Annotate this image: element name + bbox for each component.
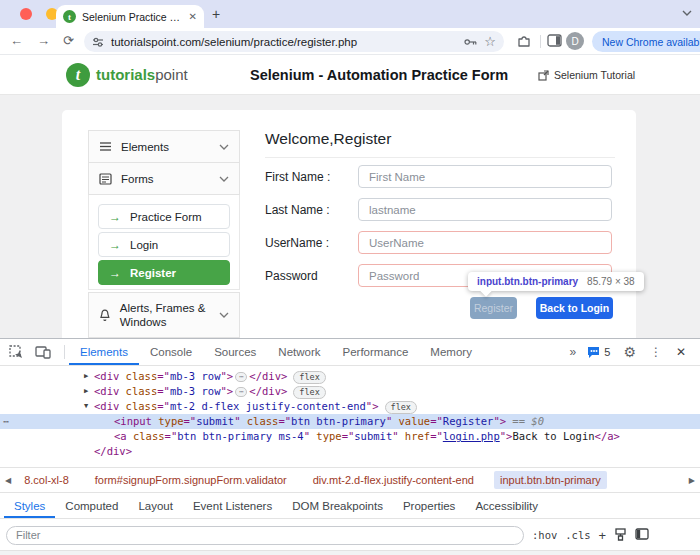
attribute-value: btn btn-primary ms-4: [177, 430, 303, 442]
dom-tree-row[interactable]: ⋯<input type="submit" class="btn btn-pri…: [0, 414, 700, 429]
close-devtools-icon[interactable]: ✕: [670, 345, 692, 359]
sidebar-item-forms[interactable]: Forms: [88, 162, 240, 195]
sidebar-forms-label: Forms: [121, 173, 154, 185]
devtools-tab-memory[interactable]: Memory: [419, 339, 483, 365]
expand-inline-icon[interactable]: ⋯: [235, 387, 247, 397]
close-window-button[interactable]: [20, 8, 32, 20]
toolbar-divider: [64, 345, 65, 359]
sidebar-item-alerts-frames-windows[interactable]: Alerts, Frames & Windows: [88, 292, 240, 338]
devtools-tab-console[interactable]: Console: [139, 339, 203, 365]
attribute-name: value: [392, 415, 430, 427]
site-logo[interactable]: t tutorialspoint: [66, 63, 188, 87]
breadcrumb-item[interactable]: input.btn.btn-primary: [494, 471, 607, 489]
register-form: Welcome,Register First Name :Last Name :…: [265, 130, 615, 158]
update-chrome-chip[interactable]: New Chrome available ⋮: [592, 31, 700, 52]
toggle-hover-state[interactable]: :hov: [532, 529, 557, 541]
address-bar[interactable]: tutorialspoint.com/selenium/practice/reg…: [84, 31, 504, 52]
syntax-punct: >: [281, 370, 287, 382]
dom-tree-row[interactable]: ▼<div class="mt-2 d-flex justify-content…: [0, 399, 700, 414]
tab-search-icon[interactable]: [682, 9, 692, 17]
tag-name: input: [120, 415, 152, 427]
form-field-row: Last Name :: [265, 198, 615, 221]
breadcrumb-scroll-left-icon[interactable]: ◀: [2, 476, 14, 485]
syntax-punct: =": [184, 415, 197, 427]
sidebar-item-login[interactable]: →Login: [98, 232, 230, 257]
toggle-sidebar-panel-icon[interactable]: [635, 528, 649, 542]
expand-inline-icon[interactable]: ⋯: [235, 372, 247, 382]
row-more-actions-icon[interactable]: ⋯: [3, 414, 10, 429]
tag-name: div: [100, 370, 119, 382]
dom-tree-row[interactable]: ▶<div class="mb-3 row">⋯</div>flex: [0, 384, 700, 399]
menu-icon: [99, 141, 112, 152]
back-to-login-button[interactable]: Back to Login: [536, 297, 613, 319]
username-input[interactable]: [358, 231, 612, 254]
selenium-tutorial-label: Selenium Tutorial: [554, 69, 635, 81]
devtools-tab-sources[interactable]: Sources: [203, 339, 267, 365]
new-tab-button[interactable]: +: [212, 6, 220, 22]
close-tab-icon[interactable]: ✕: [189, 11, 197, 22]
breadcrumb-item[interactable]: form#signupForm.signupForm.validator: [89, 471, 293, 489]
styles-tab-dom-breakpoints[interactable]: DOM Breakpoints: [282, 493, 393, 518]
styles-tab-event-listeners[interactable]: Event Listeners: [183, 493, 282, 518]
styles-tab-accessibility[interactable]: Accessibility: [465, 493, 548, 518]
devtools-tab-network[interactable]: Network: [267, 339, 331, 365]
form-icon: [99, 173, 112, 185]
url-text[interactable]: tutorialspoint.com/selenium/practice/reg…: [111, 36, 457, 48]
styles-tab-computed[interactable]: Computed: [55, 493, 128, 518]
breadcrumb-item[interactable]: 8.col-xl-8: [18, 471, 75, 489]
styles-filter-input[interactable]: [6, 526, 524, 545]
dom-tree-row[interactable]: ▶<div class="mb-3 row">⋯</div>flex: [0, 369, 700, 384]
styles-tab-layout[interactable]: Layout: [128, 493, 183, 518]
breadcrumb-scroll-right-icon[interactable]: ▶: [686, 476, 698, 485]
profile-avatar[interactable]: D: [566, 32, 584, 50]
breadcrumb-item[interactable]: div.mt-2.d-flex.justify-content-end: [307, 471, 480, 489]
syntax-punct: </: [249, 385, 262, 397]
syntax-punct: ">: [220, 370, 233, 382]
devtools-tab-elements[interactable]: Elements: [69, 339, 139, 365]
flex-badge: flex: [293, 371, 325, 384]
chevron-down-icon: [219, 173, 229, 185]
styles-tab-styles[interactable]: Styles: [4, 493, 55, 518]
issues-counter[interactable]: 5: [582, 346, 615, 358]
sidebar-item-register[interactable]: →Register: [98, 260, 230, 285]
browser-tab[interactable]: t Selenium Practice - Register ✕: [56, 5, 204, 28]
dom-tree-row[interactable]: <a class="btn btn-primary ms-4" type="su…: [0, 429, 700, 444]
syntax-punct: =": [157, 400, 170, 412]
collapse-arrow-icon[interactable]: ▼: [84, 399, 94, 414]
side-panel-icon[interactable]: [547, 34, 562, 47]
reload-button[interactable]: ⟳: [63, 33, 74, 48]
password-key-icon[interactable]: [464, 37, 477, 47]
tag-name: div: [107, 445, 126, 457]
expand-arrow-icon[interactable]: ▶: [84, 369, 94, 384]
field-label: UserName :: [265, 236, 358, 250]
register-button[interactable]: Register: [470, 297, 517, 319]
devtools-tab-performance[interactable]: Performance: [332, 339, 420, 365]
devtools-menu-icon[interactable]: ⋮: [644, 345, 668, 359]
sidebar-item-elements[interactable]: Elements: [88, 130, 240, 163]
more-tabs-icon[interactable]: »: [565, 345, 581, 359]
expand-arrow-icon[interactable]: ▶: [84, 384, 94, 399]
toggle-classes[interactable]: .cls: [565, 529, 590, 541]
sidebar-item-practice-form[interactable]: →Practice Form: [98, 204, 230, 229]
new-style-rule-icon[interactable]: +: [599, 528, 607, 543]
rendering-emulation-icon[interactable]: [614, 528, 627, 543]
attribute-name: class: [119, 370, 157, 382]
settings-gear-icon[interactable]: ⚙: [617, 344, 642, 360]
device-toolbar-icon[interactable]: [33, 339, 60, 365]
styles-tab-properties[interactable]: Properties: [393, 493, 465, 518]
selenium-tutorial-link[interactable]: Selenium Tutorial: [538, 69, 635, 81]
site-settings-icon[interactable]: [92, 36, 104, 48]
dom-tree-row[interactable]: </div>: [0, 444, 700, 459]
inspect-element-icon[interactable]: [0, 339, 33, 365]
forward-button[interactable]: →: [37, 33, 50, 48]
bookmark-star-icon[interactable]: ☆: [484, 34, 496, 49]
first-name-input[interactable]: [358, 165, 612, 188]
extensions-icon[interactable]: [517, 34, 531, 48]
back-button[interactable]: ←: [10, 33, 23, 48]
lastname-input[interactable]: [358, 198, 612, 221]
browser-toolbar: ← → ⟳ tutorialspoint.com/selenium/practi…: [0, 28, 700, 55]
syntax-punct: =": [342, 430, 355, 442]
inspect-tooltip: input.btn.btn-primary 85.79 × 38: [468, 272, 644, 291]
syntax-punct: =": [165, 430, 178, 442]
sidebar-item-label: Register: [130, 267, 176, 279]
